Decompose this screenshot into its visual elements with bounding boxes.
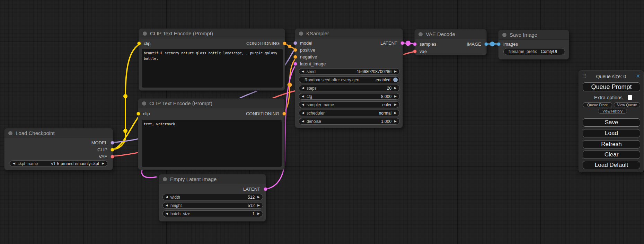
- load-default-button[interactable]: Load Default: [583, 161, 640, 169]
- link-dot[interactable]: [406, 41, 411, 46]
- input-label-samples: samples: [420, 42, 436, 47]
- increment-arrow-icon[interactable]: ▶: [394, 95, 397, 98]
- batch-size-widget[interactable]: ◀batch_size 1▶: [162, 210, 263, 217]
- decrement-arrow-icon[interactable]: ◀: [302, 120, 304, 123]
- node-vae-decode[interactable]: VAE Decode samples vae IMAGE: [414, 29, 487, 55]
- node-title-bar[interactable]: KSampler: [295, 29, 403, 38]
- output-port-conditioning[interactable]: [283, 42, 286, 45]
- widget-value: 8.000: [381, 94, 391, 99]
- increment-arrow-icon[interactable]: ▶: [394, 120, 397, 123]
- node-title-bar[interactable]: CLIP Text Encode (Prompt): [138, 99, 284, 108]
- node-load-checkpoint[interactable]: Load Checkpoint MODEL CLIP VAE ◀ ckpt_na…: [4, 128, 113, 170]
- refresh-button[interactable]: Refresh: [583, 140, 640, 148]
- decrement-arrow-icon[interactable]: ◀: [13, 162, 15, 165]
- output-label-conditioning: CONDITIONING: [246, 41, 280, 46]
- extra-options-checkbox[interactable]: [628, 95, 632, 100]
- steps-widget[interactable]: ◀steps 20▶: [299, 85, 400, 91]
- collapse-dot-icon[interactable]: [143, 31, 147, 36]
- clear-button[interactable]: Clear: [583, 151, 640, 159]
- decrement-arrow-icon[interactable]: ◀: [302, 95, 304, 98]
- collapse-dot-icon[interactable]: [142, 101, 146, 106]
- node-ksampler[interactable]: KSampler model positive negative latent_…: [295, 28, 403, 128]
- collapse-dot-icon[interactable]: [418, 32, 423, 36]
- input-port-latent-image[interactable]: [293, 62, 297, 66]
- view-queue-button[interactable]: View Queue: [614, 102, 640, 107]
- node-title-bar[interactable]: Save Image: [499, 30, 569, 40]
- increment-arrow-icon[interactable]: ▶: [394, 87, 397, 90]
- output-port-clip[interactable]: [111, 148, 114, 152]
- input-port-model[interactable]: [293, 41, 297, 45]
- view-history-button[interactable]: View History: [598, 109, 627, 114]
- increment-arrow-icon[interactable]: ▶: [394, 111, 397, 115]
- increment-arrow-icon[interactable]: ▶: [102, 162, 104, 165]
- height-widget[interactable]: ◀height 512▶: [162, 202, 263, 209]
- gear-icon[interactable]: ✳: [636, 73, 640, 79]
- toggle-icon[interactable]: [393, 78, 398, 82]
- node-clip-text-encode-negative[interactable]: CLIP Text Encode (Prompt) clip CONDITION…: [138, 98, 285, 170]
- random-seed-widget[interactable]: Random seed after every gen enabled: [299, 76, 400, 83]
- queue-prompt-button[interactable]: Queue Prompt: [583, 82, 640, 91]
- link-dot[interactable]: [123, 129, 127, 133]
- prompt-textarea[interactable]: beautiful scenery nature glass bottle la…: [142, 49, 283, 88]
- output-port-latent[interactable]: [264, 187, 267, 191]
- decrement-arrow-icon[interactable]: ◀: [302, 87, 304, 90]
- output-port-latent[interactable]: [400, 41, 404, 45]
- increment-arrow-icon[interactable]: ▶: [394, 70, 397, 73]
- node-title-bar[interactable]: VAE Decode: [415, 29, 486, 39]
- increment-arrow-icon[interactable]: ▶: [257, 196, 260, 199]
- input-port-samples[interactable]: [413, 42, 417, 46]
- input-port-images[interactable]: [497, 42, 501, 46]
- denoise-widget[interactable]: ◀denoise 1.000▶: [299, 118, 400, 125]
- link-dot[interactable]: [490, 42, 495, 46]
- link-dot[interactable]: [288, 83, 292, 87]
- widget-value: 156680208700286: [357, 69, 391, 74]
- output-port-vae[interactable]: [111, 155, 114, 159]
- save-button[interactable]: Save: [583, 118, 640, 127]
- queue-menu-panel[interactable]: ⠿ Queue size: 0 ✳ Queue Prompt Extra opt…: [579, 70, 644, 172]
- input-port-positive[interactable]: [293, 48, 297, 52]
- node-empty-latent-image[interactable]: Empty Latent Image LATENT ◀width 512▶ ◀h…: [159, 174, 266, 222]
- collapse-dot-icon[interactable]: [502, 33, 506, 37]
- decrement-arrow-icon[interactable]: ◀: [166, 196, 168, 199]
- width-widget[interactable]: ◀width 512▶: [162, 194, 263, 200]
- decrement-arrow-icon[interactable]: ◀: [166, 212, 168, 215]
- decrement-arrow-icon[interactable]: ◀: [302, 111, 304, 115]
- input-port-clip[interactable]: [137, 42, 141, 45]
- prompt-textarea[interactable]: text, watermark: [142, 120, 282, 167]
- decrement-arrow-icon[interactable]: ◀: [166, 204, 168, 207]
- increment-arrow-icon[interactable]: ▶: [394, 103, 397, 106]
- output-label-vae: VAE: [99, 154, 107, 159]
- widget-label: ckpt_name: [18, 161, 38, 166]
- node-clip-text-encode-positive[interactable]: CLIP Text Encode (Prompt) clip CONDITION…: [139, 28, 285, 91]
- filename-prefix-widget[interactable]: filename_prefix ComfyUI: [503, 48, 565, 55]
- input-port-clip[interactable]: [136, 112, 140, 116]
- output-port-conditioning[interactable]: [282, 112, 286, 116]
- input-port-vae[interactable]: [413, 49, 417, 53]
- seed-widget[interactable]: ◀seed 156680208700286▶: [299, 68, 400, 75]
- output-port-image[interactable]: [484, 42, 488, 46]
- link-dot[interactable]: [288, 45, 291, 48]
- sampler-name-widget[interactable]: ◀sampler_name euler▶: [299, 101, 400, 108]
- collapse-dot-icon[interactable]: [299, 31, 303, 36]
- scheduler-widget[interactable]: ◀scheduler normal▶: [299, 110, 400, 116]
- node-save-image[interactable]: Save Image images filename_prefix ComfyU…: [498, 30, 569, 60]
- node-title-bar[interactable]: CLIP Text Encode (Prompt): [139, 29, 285, 38]
- load-button[interactable]: Load: [583, 129, 640, 137]
- decrement-arrow-icon[interactable]: ◀: [302, 103, 304, 106]
- collapse-dot-icon[interactable]: [163, 177, 167, 181]
- comfyui-canvas[interactable]: { "icons": { "decrement": "◀", "incremen…: [0, 0, 644, 244]
- queue-front-button[interactable]: Queue Front: [583, 102, 612, 107]
- increment-arrow-icon[interactable]: ▶: [257, 212, 260, 215]
- collapse-dot-icon[interactable]: [8, 131, 12, 135]
- ckpt-name-widget[interactable]: ◀ ckpt_name v1-5-pruned-emaonly.ckpt ▶: [10, 160, 107, 167]
- increment-arrow-icon[interactable]: ▶: [257, 204, 260, 207]
- extra-options-label: Extra options: [594, 95, 623, 100]
- link-dot[interactable]: [123, 94, 127, 98]
- input-port-negative[interactable]: [293, 55, 297, 59]
- node-title-bar[interactable]: Load Checkpoint: [5, 128, 113, 138]
- cfg-widget[interactable]: ◀cfg 8.000▶: [299, 93, 400, 100]
- decrement-arrow-icon[interactable]: ◀: [302, 70, 304, 73]
- wire-clip-to-negative-prompt: [114, 114, 141, 149]
- node-title-bar[interactable]: Empty Latent Image: [159, 174, 266, 184]
- output-port-model[interactable]: [111, 141, 114, 145]
